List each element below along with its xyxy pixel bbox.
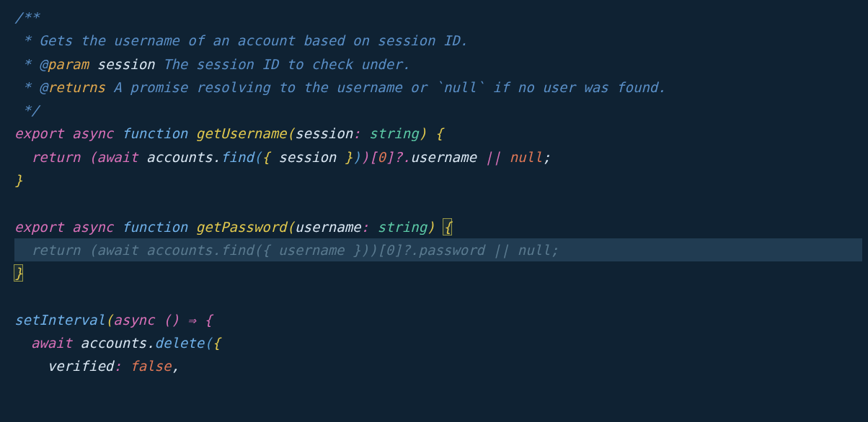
at-sign: @ [39, 79, 47, 95]
async-keyword: async [72, 125, 113, 141]
comment-text: Gets the username of an account based on… [39, 32, 468, 48]
boolean-literal: false [130, 358, 171, 374]
type-annotation: string [369, 125, 419, 141]
jsdoc-param-keyword: param [48, 56, 89, 72]
dot: . [146, 335, 154, 351]
code-line: await accounts.delete({ [14, 331, 862, 354]
async-keyword: async [72, 219, 113, 235]
code-line: export async function getPassword(userna… [14, 215, 862, 238]
method-name: find [221, 149, 254, 165]
paren-close: ) [427, 219, 435, 235]
paren-close: ) [171, 312, 179, 328]
function-call: setInterval [14, 312, 105, 328]
empty-line [14, 285, 862, 308]
export-keyword: export [14, 125, 64, 141]
backtick: ` [435, 79, 443, 95]
jsdoc-desc: if no user was found. [484, 79, 666, 95]
paren-open: ( [287, 125, 295, 141]
bracket-open: [ [369, 149, 377, 165]
code-line: */ [14, 99, 862, 122]
type-colon: : [361, 219, 369, 235]
semicolon: ; [542, 149, 550, 165]
empty-line [14, 192, 862, 215]
brace-open: { [262, 149, 270, 165]
parameter: username [295, 219, 361, 235]
colon: : [113, 358, 121, 374]
jsdoc-param-name: session [97, 56, 154, 72]
brace-close: } [345, 149, 353, 165]
paren-open: ( [163, 312, 171, 328]
export-keyword: export [14, 219, 64, 235]
property: username [410, 149, 477, 165]
brace-open: { [435, 125, 443, 141]
function-name: getPassword [196, 219, 287, 235]
code-editor[interactable]: /** * Gets the username of an account ba… [6, 6, 862, 378]
jsdoc-desc: A promise resolving to the username or [105, 79, 435, 95]
dot: . [213, 149, 221, 165]
paren-close: ) [419, 125, 427, 141]
or-operator: || [484, 149, 501, 165]
brace-close-matched: } [14, 265, 22, 281]
return-keyword: return [31, 149, 81, 165]
type-colon: : [353, 125, 360, 141]
async-keyword: async [113, 312, 154, 328]
optional-chain: ?. [394, 149, 410, 165]
code-line: /** [14, 6, 862, 29]
paren-open: ( [204, 335, 212, 351]
code-line: * Gets the username of an account based … [14, 29, 862, 52]
parameter: session [295, 125, 353, 141]
code-line: export async function getUsername(sessio… [14, 122, 862, 145]
jsdoc-desc: The session ID to check under. [155, 56, 411, 72]
paren-open: ( [254, 149, 262, 165]
code-line: setInterval(async () ⇒ { [14, 308, 862, 331]
function-keyword: function [122, 219, 188, 235]
function-keyword: function [122, 125, 188, 141]
code-line: * @returns A promise resolving to the us… [14, 76, 862, 99]
paren-open: ( [105, 312, 113, 328]
type-annotation: string [377, 219, 427, 235]
code-line: return (await accounts.find({ session })… [14, 145, 862, 169]
await-keyword: await [31, 335, 72, 351]
paren-close: ) [353, 149, 360, 165]
ghost-suggestion-text: return (await accounts.find({ username }… [14, 242, 559, 258]
code-line: } [14, 261, 862, 284]
paren-open: ( [287, 219, 295, 235]
jsdoc-returns-keyword: returns [48, 79, 105, 95]
property: verified [48, 358, 114, 374]
identifier: accounts [146, 149, 213, 165]
brace-open: { [213, 335, 221, 351]
identifier: accounts [81, 335, 147, 351]
code-line: verified: false, [14, 354, 862, 377]
arrow-operator: ⇒ [187, 312, 195, 328]
method-name: delete [155, 335, 205, 351]
property: session [278, 149, 336, 165]
comment-end: */ [14, 102, 39, 118]
paren-close: ) [361, 149, 369, 165]
code-suggestion-line[interactable]: return (await accounts.find({ username }… [14, 238, 862, 261]
code-line: } [14, 169, 862, 192]
comment-star: * [14, 79, 39, 95]
at-sign: @ [39, 56, 47, 72]
brace-open-matched: { [443, 219, 451, 235]
comment-star: * [14, 56, 39, 72]
code-line: * @param session The session ID to check… [14, 53, 862, 76]
brace-open: { [204, 312, 212, 328]
space [89, 56, 97, 72]
comma: , [171, 358, 179, 374]
bracket-close: ] [386, 149, 394, 165]
await-keyword: await [97, 149, 138, 165]
comment-star: * [14, 32, 39, 48]
comment-start: /** [14, 9, 39, 25]
paren-open: ( [89, 149, 97, 165]
number-literal: 0 [378, 149, 386, 165]
null-literal: null [510, 149, 543, 165]
brace-close: } [14, 172, 22, 188]
function-name: getUsername [196, 125, 287, 141]
backtick: ` [477, 79, 484, 95]
code-literal: null [443, 79, 477, 95]
